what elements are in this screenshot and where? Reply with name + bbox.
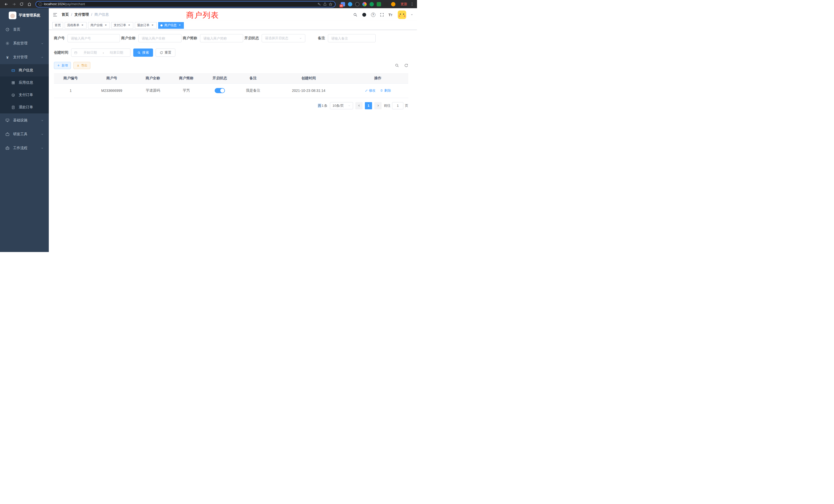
- address-bar[interactable]: i localhost:1024/pay/merchant: [36, 1, 336, 7]
- download-icon: [76, 64, 80, 67]
- github-icon[interactable]: [362, 12, 367, 17]
- tab-pay-order[interactable]: 支付订单×: [111, 22, 133, 29]
- cell-merchant-id: 1: [54, 84, 87, 98]
- top-navbar: 首页 / 支付管理 / 商户信息 ? TT: [49, 8, 417, 21]
- refresh-table-icon[interactable]: [404, 63, 408, 68]
- monitor-icon: [5, 118, 10, 123]
- full-name-input[interactable]: [138, 34, 181, 42]
- chevron-down-icon: [41, 133, 44, 136]
- pay-submenu: 商户信息 应用信息 支付订单 退款订单: [0, 64, 49, 113]
- prev-page-button[interactable]: [355, 102, 363, 109]
- toggle-search-icon[interactable]: [395, 63, 399, 68]
- next-page-button[interactable]: [374, 102, 381, 109]
- browser-back-icon[interactable]: [3, 1, 10, 7]
- browser-reload-icon[interactable]: [18, 1, 25, 7]
- sidebar-item-pay-order[interactable]: 支付订单: [0, 89, 49, 101]
- close-icon[interactable]: ×: [81, 24, 84, 27]
- range-separator: -: [103, 51, 104, 55]
- date-range-picker[interactable]: 开始日期 - 结束日期: [71, 48, 130, 57]
- help-icon[interactable]: ?: [371, 13, 375, 17]
- col-short-name: 商户简称: [170, 73, 203, 84]
- sidebar-item-dev-tools[interactable]: 研发工具: [0, 127, 49, 141]
- extension-pin-icon[interactable]: [384, 2, 388, 6]
- browser-menu-icon[interactable]: ⋮: [410, 2, 414, 6]
- pay-order-icon: [11, 93, 16, 97]
- edit-pen-icon: [365, 89, 368, 92]
- delete-link[interactable]: 删除: [380, 88, 391, 93]
- user-avatar[interactable]: [398, 10, 406, 19]
- sidebar-item-system[interactable]: 系统管理: [0, 37, 49, 50]
- edit-link[interactable]: 修改: [365, 88, 376, 93]
- extension-green-square-icon[interactable]: [377, 2, 381, 6]
- table-row: 1 M233666999 芋道源码 芋艿 我是备注 2021-10-23 08:…: [54, 84, 408, 98]
- chevron-up-icon: [41, 56, 44, 59]
- goto-suffix: 页: [405, 104, 408, 108]
- remark-input[interactable]: [328, 34, 376, 42]
- page-1-button[interactable]: 1: [365, 102, 372, 109]
- fullscreen-icon[interactable]: [380, 13, 384, 17]
- close-icon[interactable]: ×: [104, 24, 108, 27]
- merchant-no-input[interactable]: [68, 34, 120, 42]
- status-select[interactable]: 请选择开启状态: [262, 34, 305, 42]
- status-label: 开启状态: [244, 36, 262, 41]
- extension-dark-icon[interactable]: [355, 2, 359, 6]
- remark-label: 备注: [318, 36, 328, 41]
- tab-home[interactable]: 首页: [52, 22, 63, 29]
- page-size-select[interactable]: 10条/页: [330, 102, 353, 109]
- sidebar-item-app-info[interactable]: 应用信息: [0, 76, 49, 89]
- tab-refund-order[interactable]: 退款订单×: [135, 22, 157, 29]
- goto-label: 前往: [384, 104, 391, 108]
- sidebar-item-home[interactable]: 首页: [0, 23, 49, 37]
- tab-merchant-info[interactable]: 商户信息×: [158, 22, 184, 29]
- trash-icon: [380, 89, 383, 92]
- site-info-icon[interactable]: i: [39, 2, 42, 6]
- reset-button[interactable]: 重置: [156, 48, 175, 57]
- status-toggle[interactable]: [215, 88, 225, 93]
- extension-profile-icon[interactable]: [391, 2, 395, 6]
- browser-home-icon[interactable]: [26, 1, 33, 7]
- avatar-caret-icon[interactable]: [411, 13, 413, 16]
- pagination-total: 共1条: [317, 104, 328, 108]
- goto-page-input[interactable]: [392, 102, 403, 109]
- export-button[interactable]: 导出: [73, 62, 90, 69]
- extension-puzzle-icon[interactable]: 10: [341, 2, 345, 6]
- short-name-label: 商户简称: [183, 36, 200, 41]
- extension-green-circle-icon[interactable]: [370, 2, 374, 6]
- sidebar-item-pay[interactable]: ¥ 支付管理: [0, 50, 49, 64]
- close-icon[interactable]: ×: [151, 24, 154, 27]
- share-icon[interactable]: [323, 2, 327, 6]
- tab-user-group[interactable]: 用户分组×: [88, 22, 110, 29]
- search-icon[interactable]: [353, 13, 357, 17]
- col-merchant-id: 商户编号: [54, 73, 87, 84]
- close-icon[interactable]: ×: [127, 24, 131, 27]
- browser-update-button[interactable]: 更新: [400, 2, 407, 6]
- app-title: 芋道管理系统: [19, 13, 40, 18]
- short-name-input[interactable]: [200, 34, 243, 42]
- col-full-name: 商户全称: [136, 73, 170, 84]
- extension-drop-icon[interactable]: [348, 2, 352, 6]
- full-name-label: 商户全称: [121, 36, 138, 41]
- bookmark-star-icon[interactable]: [329, 2, 332, 6]
- tab-process-form[interactable]: 流程表单×: [65, 22, 87, 29]
- sidebar-toggle-icon[interactable]: [53, 12, 58, 17]
- filter-row-1: 商户号 商户全称 商户简称 开启状态 请选择开启状态: [54, 34, 408, 42]
- close-icon[interactable]: ×: [178, 24, 181, 27]
- font-size-icon[interactable]: TT: [389, 13, 392, 17]
- col-create-time: 创建时间: [270, 73, 347, 84]
- search-button[interactable]: 搜索: [133, 48, 153, 57]
- breadcrumb-pay[interactable]: 支付管理: [74, 12, 89, 17]
- pagination: 共1条 10条/页 1 前往 页: [54, 102, 408, 109]
- breadcrumb: 首页 / 支付管理 / 商户信息: [62, 12, 109, 17]
- breadcrumb-home[interactable]: 首页: [62, 12, 69, 17]
- add-button[interactable]: 新增: [54, 62, 71, 69]
- sidebar-item-workflow[interactable]: 工作流程: [0, 141, 49, 155]
- browser-forward-icon[interactable]: [10, 1, 18, 7]
- password-key-icon[interactable]: [317, 2, 321, 6]
- sidebar-item-refund-order[interactable]: 退款订单: [0, 101, 49, 113]
- sidebar-item-merchant-info[interactable]: 商户信息: [0, 64, 49, 76]
- browser-chrome: i localhost:1024/pay/merchant 10 更新 ⋮: [0, 0, 417, 8]
- col-remark: 备注: [237, 73, 270, 84]
- col-status: 开启状态: [203, 73, 237, 84]
- extension-color-icon[interactable]: [362, 2, 367, 6]
- sidebar-item-infra[interactable]: 基础设施: [0, 113, 49, 127]
